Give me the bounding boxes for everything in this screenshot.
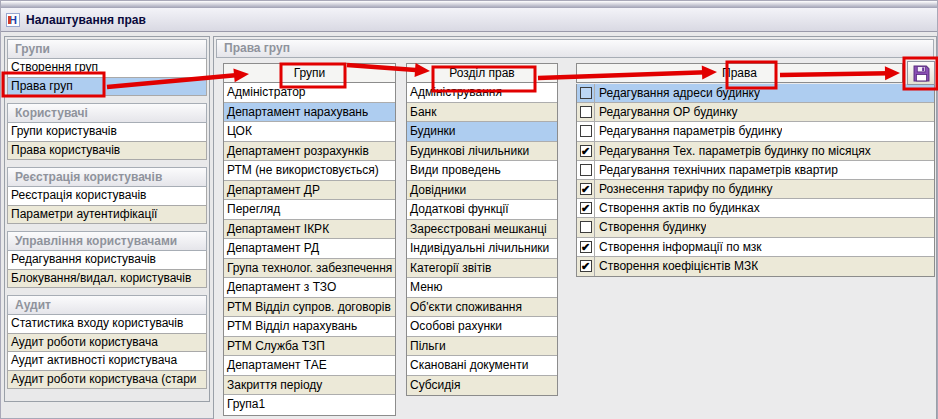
sidebar-item[interactable]: Параметри аутентифікації bbox=[7, 206, 207, 225]
group-row[interactable]: Департамент ДР bbox=[224, 181, 395, 201]
sidebar-item[interactable]: Аудит активності користувача bbox=[7, 352, 207, 371]
rights-list: Права Редагування адреси будинкуРедагува… bbox=[576, 63, 935, 277]
sidebar-group: АудитСтатистика входу користувачівАудит … bbox=[7, 295, 207, 389]
groups-column-header: Групи bbox=[223, 63, 396, 83]
checkbox-cell bbox=[577, 161, 595, 179]
right-checkbox[interactable]: ✔ bbox=[580, 202, 592, 214]
rights-section-row[interactable]: Банк bbox=[407, 103, 557, 123]
group-row[interactable]: Група1 bbox=[224, 395, 395, 415]
right-checkbox[interactable] bbox=[580, 106, 592, 118]
checkbox-cell: ✔ bbox=[577, 199, 595, 217]
sidebar-group-header: Аудит bbox=[7, 295, 207, 315]
group-row[interactable]: Адміністратор bbox=[224, 83, 395, 103]
right-row[interactable]: Створення будинку bbox=[577, 218, 934, 237]
sidebar-item[interactable]: Права груп bbox=[7, 78, 207, 97]
group-row[interactable]: Закриття періоду bbox=[224, 376, 395, 396]
right-row[interactable]: Редагування ОР будинку bbox=[577, 103, 934, 122]
sidebar-item[interactable]: Аудит роботи користувача bbox=[7, 334, 207, 353]
right-label: Редагування технічних параметрів квартир bbox=[595, 161, 838, 179]
group-row[interactable]: ЦОК bbox=[224, 122, 395, 142]
right-row[interactable]: ✔Створення коефіцієнтів МЗК bbox=[577, 257, 934, 276]
group-row[interactable]: Перегляд bbox=[224, 200, 395, 220]
right-label: Створення актів по будинках bbox=[595, 199, 760, 217]
right-row[interactable]: Редагування параметрів будинку bbox=[577, 122, 934, 141]
rights-section-row[interactable]: Категорії звітів bbox=[407, 259, 557, 279]
rights-section-row[interactable]: Скановані документи bbox=[407, 356, 557, 376]
group-row[interactable]: Департамент ТАЕ bbox=[224, 356, 395, 376]
right-row[interactable]: ✔Редагування Тех. параметрів будинку по … bbox=[577, 142, 934, 161]
checkbox-cell bbox=[577, 84, 595, 102]
right-checkbox[interactable] bbox=[580, 87, 592, 99]
sidebar-item[interactable]: Групи користувачів bbox=[7, 123, 207, 142]
checkbox-cell: ✔ bbox=[577, 257, 595, 276]
checkbox-cell: ✔ bbox=[577, 180, 595, 198]
right-row[interactable]: ✔Рознесення тарифу по будинку bbox=[577, 180, 934, 199]
titlebar: Н Налаштування прав bbox=[1, 8, 937, 32]
right-checkbox[interactable]: ✔ bbox=[580, 183, 592, 195]
group-row[interactable]: РТМ Відділ супров. договорів bbox=[224, 298, 395, 318]
right-checkbox[interactable] bbox=[580, 221, 592, 233]
group-row[interactable]: РТМ (не використовується) bbox=[224, 161, 395, 181]
rights-section-row[interactable]: Меню bbox=[407, 278, 557, 298]
group-row[interactable]: Департамент нарахувань bbox=[224, 103, 395, 123]
rights-section-row[interactable]: Будинки bbox=[407, 122, 557, 142]
right-label: Створення інформації по мзк bbox=[595, 238, 762, 256]
rights-section-row[interactable]: Зареєстровані мешканці bbox=[407, 220, 557, 240]
group-row[interactable]: РТМ Служба ТЗП bbox=[224, 337, 395, 357]
right-row[interactable]: ✔Створення інформації по мзк bbox=[577, 238, 934, 257]
rights-section-row[interactable]: Будинкові лічильники bbox=[407, 142, 557, 162]
right-label: Редагування адреси будинку bbox=[595, 84, 760, 102]
main-panel-title: Права груп bbox=[216, 39, 934, 58]
right-row[interactable]: Редагування технічних параметрів квартир bbox=[577, 161, 934, 180]
floppy-disk-icon bbox=[913, 65, 930, 82]
main-panel: Права груп Групи АдміністраторДепартамен… bbox=[213, 36, 937, 419]
rights-section-row[interactable]: Особові рахунки bbox=[407, 317, 557, 337]
rights-section-row[interactable]: Адміністрування bbox=[407, 83, 557, 103]
checkbox-cell bbox=[577, 218, 595, 236]
sidebar-group-header: Управління користувачами bbox=[7, 231, 207, 251]
checkbox-cell: ✔ bbox=[577, 238, 595, 256]
group-row[interactable]: Департамент розрахунків bbox=[224, 142, 395, 162]
group-row[interactable]: Департамент з ТЗО bbox=[224, 278, 395, 298]
right-checkbox[interactable]: ✔ bbox=[580, 145, 592, 157]
checkbox-cell: ✔ bbox=[577, 142, 595, 160]
group-row[interactable]: Департамент ІКРК bbox=[224, 220, 395, 240]
rights-section-row[interactable]: Пільги bbox=[407, 337, 557, 357]
right-label: Рознесення тарифу по будинку bbox=[595, 180, 773, 198]
right-checkbox[interactable] bbox=[580, 164, 592, 176]
group-row[interactable]: РТМ Відділ нарахувань bbox=[224, 317, 395, 337]
right-label: Створення коефіцієнтів МЗК bbox=[595, 257, 758, 276]
sidebar-group: КористувачіГрупи користувачівПрава корис… bbox=[7, 103, 207, 160]
rights-sections-list: Розділ прав АдмініструванняБанкБудинкиБу… bbox=[406, 63, 558, 396]
rights-section-row[interactable]: Додаткові функції bbox=[407, 200, 557, 220]
right-checkbox[interactable] bbox=[580, 125, 592, 137]
sidebar-item[interactable]: Аудит роботи користувача (стари bbox=[7, 371, 207, 390]
groups-list: Групи АдміністраторДепартамент нарахуван… bbox=[223, 63, 396, 416]
save-button[interactable] bbox=[907, 61, 935, 85]
rights-section-row[interactable]: Субсидія bbox=[407, 376, 557, 396]
sidebar-item[interactable]: Блокування/видал. користувачів bbox=[7, 270, 207, 289]
window-top-edge bbox=[1, 1, 937, 8]
sidebar-group-header: Реєстрація користувачів bbox=[7, 167, 207, 187]
rights-column-header: Права bbox=[576, 63, 903, 83]
right-checkbox[interactable]: ✔ bbox=[580, 241, 592, 253]
window-title: Налаштування прав bbox=[26, 13, 146, 27]
right-row[interactable]: ✔Створення актів по будинках bbox=[577, 199, 934, 218]
sidebar-item[interactable]: Статистика входу користувачів bbox=[7, 315, 207, 334]
group-row[interactable]: Департамент РД bbox=[224, 239, 395, 259]
checkbox-cell bbox=[577, 103, 595, 121]
sidebar-group: Реєстрація користувачівРеєстрація корист… bbox=[7, 167, 207, 224]
rights-section-row[interactable]: Довідники bbox=[407, 181, 557, 201]
window: Н Налаштування прав ГрупиСтворення групП… bbox=[0, 0, 938, 419]
sidebar-item[interactable]: Створення груп bbox=[7, 59, 207, 78]
rights-section-row[interactable]: Об'єкти споживання bbox=[407, 298, 557, 318]
sidebar-item[interactable]: Редагування користувачів bbox=[7, 251, 207, 270]
rights-section-row[interactable]: Види проведень bbox=[407, 161, 557, 181]
rights-section-row[interactable]: Індивідуальні лічильники bbox=[407, 239, 557, 259]
group-row[interactable]: Група технолог. забезпечення bbox=[224, 259, 395, 279]
sidebar-item[interactable]: Права користувачів bbox=[7, 142, 207, 161]
sidebar-item[interactable]: Реєстрація користувачів bbox=[7, 187, 207, 206]
sidebar-group: Управління користувачамиРедагування кори… bbox=[7, 231, 207, 288]
right-row[interactable]: Редагування адреси будинку bbox=[577, 84, 934, 103]
right-checkbox[interactable]: ✔ bbox=[580, 260, 592, 272]
